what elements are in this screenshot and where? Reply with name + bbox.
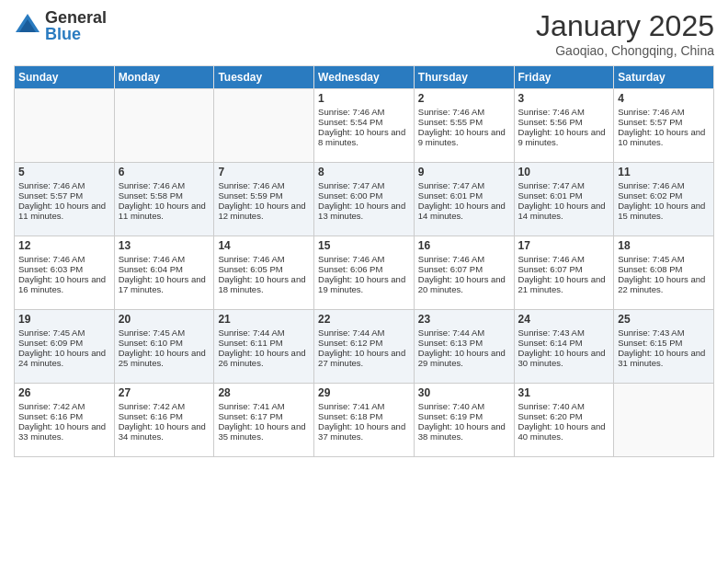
title-block: January 2025 Gaoqiao, Chongqing, China (536, 9, 714, 58)
logo: General Blue (14, 9, 107, 42)
sunrise-text: Sunrise: 7:46 AM (518, 254, 610, 264)
sunrise-text: Sunrise: 7:46 AM (119, 180, 210, 190)
day-number: 6 (119, 166, 210, 178)
day-number: 13 (119, 239, 210, 252)
sunrise-text: Sunrise: 7:42 AM (119, 401, 210, 411)
sunrise-text: Sunrise: 7:46 AM (418, 107, 510, 117)
sunset-text: Sunset: 6:12 PM (318, 338, 410, 348)
sunrise-text: Sunrise: 7:44 AM (418, 327, 510, 338)
daylight-text: Daylight: 10 hours and 38 minutes. (418, 421, 510, 442)
sunset-text: Sunset: 5:59 PM (218, 190, 310, 201)
sunset-text: Sunset: 6:03 PM (18, 264, 110, 274)
calendar-cell: 15Sunrise: 7:46 AMSunset: 6:06 PMDayligh… (314, 236, 415, 310)
calendar-cell: 28Sunrise: 7:41 AMSunset: 6:17 PMDayligh… (214, 384, 314, 457)
calendar-cell: 20Sunrise: 7:45 AMSunset: 6:10 PMDayligh… (114, 310, 214, 384)
header-tuesday: Tuesday (214, 66, 314, 89)
sunrise-text: Sunrise: 7:40 AM (418, 401, 510, 411)
day-number: 29 (318, 386, 410, 399)
sunset-text: Sunset: 6:18 PM (318, 411, 410, 421)
daylight-text: Daylight: 10 hours and 9 minutes. (418, 127, 510, 147)
sunrise-text: Sunrise: 7:45 AM (119, 327, 210, 338)
calendar-cell: 5Sunrise: 7:46 AMSunset: 5:57 PMDaylight… (15, 163, 115, 236)
calendar-cell: 31Sunrise: 7:40 AMSunset: 6:20 PMDayligh… (514, 384, 614, 457)
daylight-text: Daylight: 10 hours and 31 minutes. (618, 348, 710, 368)
day-number: 16 (418, 239, 510, 252)
daylight-text: Daylight: 10 hours and 13 minutes. (318, 201, 410, 221)
daylight-text: Daylight: 10 hours and 14 minutes. (418, 201, 510, 221)
day-number: 8 (318, 166, 410, 178)
sunset-text: Sunset: 6:14 PM (518, 338, 610, 348)
sunset-text: Sunset: 5:57 PM (18, 190, 110, 201)
daylight-text: Daylight: 10 hours and 25 minutes. (119, 348, 210, 368)
sunset-text: Sunset: 6:04 PM (119, 264, 210, 274)
sunrise-text: Sunrise: 7:46 AM (318, 254, 410, 264)
day-number: 19 (18, 313, 110, 326)
calendar-cell: 29Sunrise: 7:41 AMSunset: 6:18 PMDayligh… (314, 384, 415, 457)
calendar-cell: 10Sunrise: 7:47 AMSunset: 6:01 PMDayligh… (514, 163, 614, 236)
header: General Blue January 2025 Gaoqiao, Chong… (14, 9, 714, 58)
day-number: 21 (218, 313, 310, 326)
daylight-text: Daylight: 10 hours and 29 minutes. (418, 348, 510, 368)
sunrise-text: Sunrise: 7:44 AM (218, 327, 310, 338)
calendar-cell (614, 384, 714, 457)
sunrise-text: Sunrise: 7:46 AM (218, 254, 310, 264)
day-number: 10 (518, 166, 610, 178)
calendar-cell: 9Sunrise: 7:47 AMSunset: 6:01 PMDaylight… (414, 163, 514, 236)
daylight-text: Daylight: 10 hours and 18 minutes. (218, 274, 310, 294)
calendar-cell (15, 89, 115, 163)
day-number: 30 (418, 386, 510, 399)
calendar-cell: 21Sunrise: 7:44 AMSunset: 6:11 PMDayligh… (214, 310, 314, 384)
day-number: 22 (318, 313, 410, 326)
daylight-text: Daylight: 10 hours and 22 minutes. (618, 274, 710, 294)
sunrise-text: Sunrise: 7:46 AM (618, 180, 710, 190)
sunset-text: Sunset: 6:15 PM (618, 338, 710, 348)
daylight-text: Daylight: 10 hours and 11 minutes. (119, 201, 210, 221)
calendar-cell: 3Sunrise: 7:46 AMSunset: 5:56 PMDaylight… (514, 89, 614, 163)
calendar-week-row-1: 5Sunrise: 7:46 AMSunset: 5:57 PMDaylight… (15, 163, 714, 236)
day-number: 5 (18, 166, 110, 178)
calendar-cell: 8Sunrise: 7:47 AMSunset: 6:00 PMDaylight… (314, 163, 415, 236)
sunset-text: Sunset: 6:17 PM (218, 411, 310, 421)
daylight-text: Daylight: 10 hours and 19 minutes. (318, 274, 410, 294)
day-number: 20 (119, 313, 210, 326)
daylight-text: Daylight: 10 hours and 10 minutes. (618, 127, 710, 147)
page: General Blue January 2025 Gaoqiao, Chong… (0, 0, 728, 563)
sunset-text: Sunset: 6:05 PM (218, 264, 310, 274)
sunset-text: Sunset: 6:11 PM (218, 338, 310, 348)
calendar-cell: 6Sunrise: 7:46 AMSunset: 5:58 PMDaylight… (114, 163, 214, 236)
day-number: 24 (518, 313, 610, 326)
daylight-text: Daylight: 10 hours and 26 minutes. (218, 348, 310, 368)
sunset-text: Sunset: 6:01 PM (418, 190, 510, 201)
sunset-text: Sunset: 6:16 PM (18, 411, 110, 421)
daylight-text: Daylight: 10 hours and 15 minutes. (618, 201, 710, 221)
day-number: 15 (318, 239, 410, 252)
sunset-text: Sunset: 6:07 PM (518, 264, 610, 274)
sunset-text: Sunset: 6:08 PM (618, 264, 710, 274)
day-number: 31 (518, 386, 610, 399)
sunrise-text: Sunrise: 7:46 AM (418, 254, 510, 264)
daylight-text: Daylight: 10 hours and 37 minutes. (318, 421, 410, 442)
header-thursday: Thursday (414, 66, 514, 89)
daylight-text: Daylight: 10 hours and 34 minutes. (119, 421, 210, 442)
sunrise-text: Sunrise: 7:45 AM (18, 327, 110, 338)
sunrise-text: Sunrise: 7:46 AM (18, 180, 110, 190)
header-saturday: Saturday (614, 66, 714, 89)
logo-text: General Blue (45, 9, 107, 42)
sunset-text: Sunset: 6:07 PM (418, 264, 510, 274)
daylight-text: Daylight: 10 hours and 8 minutes. (318, 127, 410, 147)
day-number: 17 (518, 239, 610, 252)
calendar-cell: 11Sunrise: 7:46 AMSunset: 6:02 PMDayligh… (614, 163, 714, 236)
logo-blue: Blue (45, 26, 107, 42)
calendar-header-row: Sunday Monday Tuesday Wednesday Thursday… (15, 66, 714, 89)
day-number: 2 (418, 92, 510, 105)
calendar-cell: 2Sunrise: 7:46 AMSunset: 5:55 PMDaylight… (414, 89, 514, 163)
daylight-text: Daylight: 10 hours and 21 minutes. (518, 274, 610, 294)
day-number: 27 (119, 386, 210, 399)
sunrise-text: Sunrise: 7:47 AM (518, 180, 610, 190)
sunset-text: Sunset: 5:57 PM (618, 117, 710, 127)
daylight-text: Daylight: 10 hours and 30 minutes. (518, 348, 610, 368)
calendar-cell: 24Sunrise: 7:43 AMSunset: 6:14 PMDayligh… (514, 310, 614, 384)
day-number: 28 (218, 386, 310, 399)
month-title: January 2025 (536, 9, 714, 43)
daylight-text: Daylight: 10 hours and 11 minutes. (18, 201, 110, 221)
